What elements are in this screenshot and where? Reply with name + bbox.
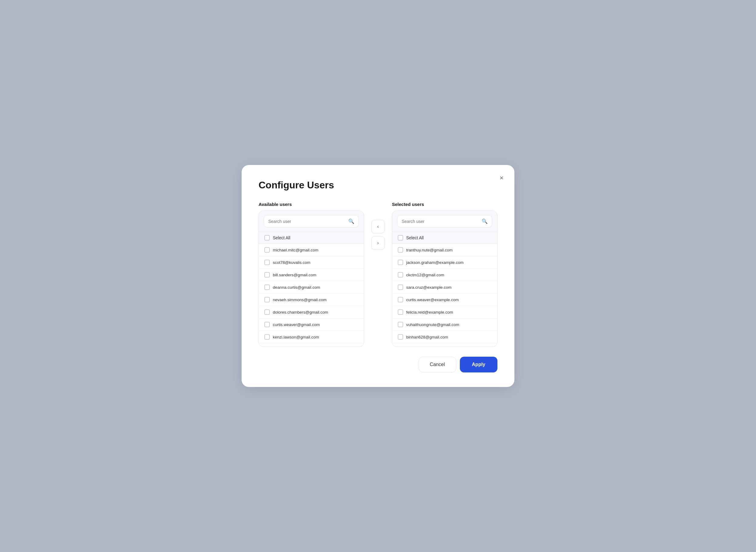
transfer-right-button[interactable]: ›: [371, 236, 385, 250]
right-arrow-icon: ›: [377, 240, 379, 246]
user-email: dolores.chambers@gmail.com: [273, 310, 328, 314]
list-item[interactable]: tranthuy.nute@gmail.com: [392, 244, 497, 256]
cancel-button[interactable]: Cancel: [419, 357, 456, 373]
available-search-wrapper: 🔍: [264, 215, 359, 228]
user-checkbox[interactable]: [398, 260, 403, 265]
available-select-all-row[interactable]: Select All: [259, 232, 364, 244]
list-item[interactable]: jackson.graham@example.com: [392, 256, 497, 269]
user-checkbox[interactable]: [264, 260, 270, 265]
user-email: felicia.reid@example.com: [406, 310, 453, 314]
user-checkbox[interactable]: [398, 334, 403, 340]
selected-users-section: Selected users 🔍 Select All tranthuy.nut…: [392, 202, 498, 347]
available-users-section: Available users 🔍 Select All michael.mit…: [258, 202, 364, 347]
user-email: tranthuy.nute@gmail.com: [406, 248, 452, 252]
selected-select-all-label: Select All: [406, 235, 424, 240]
user-checkbox[interactable]: [398, 284, 403, 290]
close-button[interactable]: ×: [498, 173, 505, 182]
user-email: ckctm12@gmail.com: [406, 273, 444, 277]
user-checkbox[interactable]: [264, 247, 270, 253]
user-email: curtis.weaver@gmail.com: [273, 322, 320, 327]
modal-title: Configure Users: [258, 179, 498, 191]
selected-search-wrapper: 🔍: [397, 215, 492, 228]
user-checkbox[interactable]: [264, 284, 270, 290]
user-email: nevaeh.simmons@gmail.com: [273, 297, 327, 302]
apply-button[interactable]: Apply: [460, 357, 498, 373]
left-arrow-icon: ‹: [377, 224, 379, 229]
user-email: sara.cruz@example.com: [406, 285, 452, 290]
selected-search-box: 🔍: [392, 211, 497, 232]
list-item[interactable]: dolores.chambers@gmail.com: [259, 306, 364, 318]
list-item[interactable]: deanna.curtis@gmail.com: [259, 281, 364, 294]
selected-users-label: Selected users: [392, 202, 498, 207]
list-item[interactable]: michael.mitc@gmail.com: [259, 244, 364, 256]
user-checkbox[interactable]: [398, 322, 403, 327]
list-item[interactable]: binhan628@gmail.com: [392, 331, 497, 343]
close-icon: ×: [500, 175, 504, 181]
transfer-left-button[interactable]: ‹: [371, 220, 385, 233]
selected-select-all-checkbox[interactable]: [398, 235, 403, 241]
selected-select-all-row[interactable]: Select All: [392, 232, 497, 244]
user-checkbox[interactable]: [264, 309, 270, 315]
list-item[interactable]: kenzi.lawson@gmail.com: [259, 331, 364, 343]
user-email: curtis.weaver@example.com: [406, 297, 459, 302]
configure-users-modal: × Configure Users Available users 🔍: [241, 165, 515, 387]
available-search-icon: 🔍: [348, 219, 354, 224]
user-email: binhan628@gmail.com: [406, 335, 448, 339]
user-checkbox[interactable]: [264, 322, 270, 327]
list-item[interactable]: bill.sanders@gmail.com: [259, 269, 364, 281]
available-user-list: michael.mitc@gmail.comscot78@kuvalis.com…: [259, 244, 364, 347]
list-item[interactable]: felicia.reid@example.com: [392, 306, 497, 318]
list-item[interactable]: sara.cruz@example.com: [392, 281, 497, 294]
selected-search-icon: 🔍: [482, 219, 488, 224]
user-checkbox[interactable]: [264, 272, 270, 278]
available-search-input[interactable]: [268, 219, 346, 224]
list-item[interactable]: nevaeh.simmons@gmail.com: [259, 294, 364, 306]
user-email: michael.mitc@gmail.com: [273, 248, 318, 252]
list-item[interactable]: scot78@kuvalis.com: [259, 256, 364, 269]
user-email: deanna.curtis@gmail.com: [273, 285, 320, 290]
user-email: kenzi.lawson@gmail.com: [273, 335, 319, 339]
available-search-box: 🔍: [259, 211, 364, 232]
selected-users-list-container: 🔍 Select All tranthuy.nute@gmail.comjack…: [392, 211, 498, 347]
modal-footer: Cancel Apply: [258, 357, 498, 373]
user-checkbox[interactable]: [398, 247, 403, 253]
user-email: jackson.graham@example.com: [406, 260, 463, 265]
available-select-all-checkbox[interactable]: [264, 235, 270, 241]
user-checkbox[interactable]: [398, 272, 403, 278]
user-checkbox[interactable]: [398, 309, 403, 315]
list-item[interactable]: ckctm12@gmail.com: [392, 269, 497, 281]
selected-user-list: tranthuy.nute@gmail.comjackson.graham@ex…: [392, 244, 497, 347]
list-item[interactable]: vuhaithuongnute@gmail.com: [392, 318, 497, 331]
list-item[interactable]: curtis.weaver@example.com: [392, 294, 497, 306]
list-item[interactable]: michael.mitc@gmail.com: [259, 343, 364, 347]
user-checkbox[interactable]: [398, 297, 403, 302]
user-email: vuhaithuongnute@gmail.com: [406, 322, 459, 327]
transfer-buttons: ‹ ›: [371, 202, 385, 250]
modal-overlay: × Configure Users Available users 🔍: [0, 0, 756, 552]
user-checkbox[interactable]: [264, 297, 270, 302]
available-select-all-label: Select All: [273, 235, 291, 240]
columns-container: Available users 🔍 Select All michael.mit…: [258, 202, 498, 347]
selected-search-input[interactable]: [402, 219, 479, 224]
user-email: scot78@kuvalis.com: [273, 260, 311, 265]
list-item[interactable]: curtis.weaver@gmail.com: [259, 318, 364, 331]
available-users-list-container: 🔍 Select All michael.mitc@gmail.comscot7…: [258, 211, 364, 347]
user-checkbox[interactable]: [264, 334, 270, 340]
user-email: bill.sanders@gmail.com: [273, 273, 317, 277]
available-users-label: Available users: [258, 202, 364, 207]
list-item[interactable]: wbennett@acme.com: [392, 343, 497, 347]
